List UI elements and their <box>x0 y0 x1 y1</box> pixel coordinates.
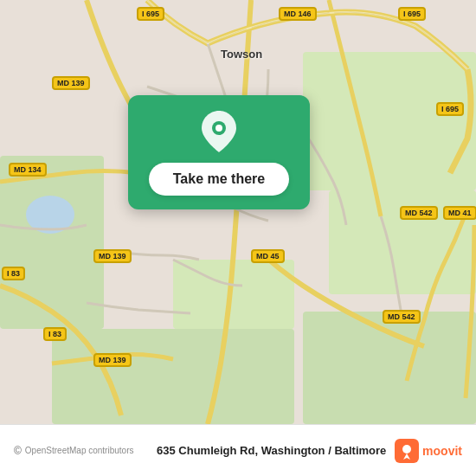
copyright-icon: © <box>14 445 22 457</box>
moovit-logo: moovit <box>395 439 462 463</box>
badge-md45: MD 45 <box>251 249 285 263</box>
svg-point-11 <box>402 445 411 453</box>
badge-i83-bot: I 83 <box>43 327 67 341</box>
take-me-there-button[interactable]: Take me there <box>149 163 289 196</box>
badge-md146: MD 146 <box>279 7 317 21</box>
towson-label: Towson <box>221 48 262 61</box>
badge-md139-left: MD 139 <box>52 76 90 90</box>
badge-i695-right: I 695 <box>436 102 464 116</box>
badge-md542-bot: MD 542 <box>383 310 421 324</box>
badge-md41: MD 41 <box>443 206 476 220</box>
moovit-logo-icon <box>395 439 419 463</box>
osm-credit: OpenStreetMap contributors <box>25 446 148 455</box>
badge-md134: MD 134 <box>9 163 47 177</box>
address-text: 635 Chumleigh Rd, Washington / Baltimore <box>148 444 395 457</box>
location-pin-icon <box>198 111 240 152</box>
badge-md542-right: MD 542 <box>400 206 438 220</box>
badge-md139-bot: MD 139 <box>93 353 132 367</box>
svg-rect-5 <box>303 312 476 424</box>
moovit-text: moovit <box>422 444 462 458</box>
badge-i695-top-left: I 695 <box>137 7 164 21</box>
badge-md139-mid: MD 139 <box>93 249 132 263</box>
badge-i695-top-right: I 695 <box>398 7 426 21</box>
badge-i83-left: I 83 <box>2 267 25 280</box>
popup-card: Take me there <box>128 95 310 209</box>
bottom-bar: © OpenStreetMap contributors 635 Chumlei… <box>0 424 476 476</box>
map-container: Towson I 695 I 695 I 695 MD 146 MD 139 M… <box>0 0 476 424</box>
svg-point-9 <box>215 125 222 132</box>
